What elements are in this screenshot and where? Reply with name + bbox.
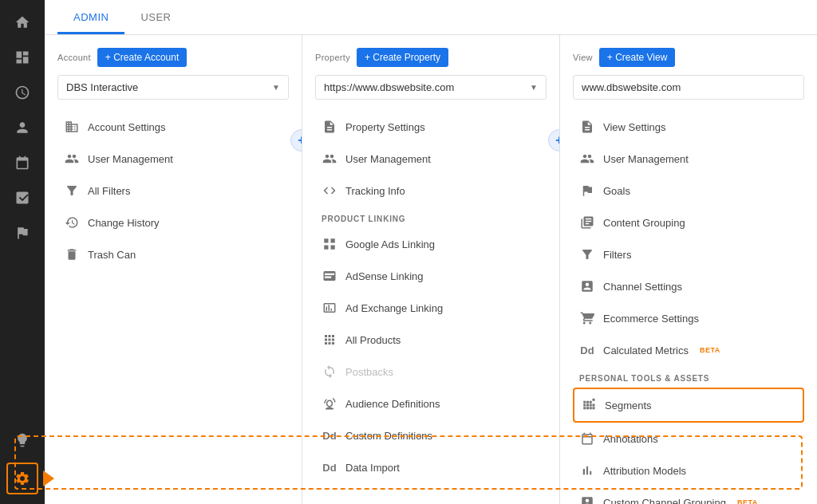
sidebar-icon-users[interactable] bbox=[6, 112, 38, 144]
attribution-label: Attribution Models bbox=[603, 465, 686, 477]
adsense-icon bbox=[322, 268, 337, 284]
view-label: View bbox=[573, 53, 593, 62]
account-dropdown[interactable]: DBS Interactive ▼ bbox=[57, 75, 289, 100]
postbacks-icon bbox=[322, 364, 337, 380]
tracking-info-label: Tracking Info bbox=[345, 185, 405, 197]
admin-panel: Account + Create Account DBS Interactive… bbox=[45, 35, 817, 504]
menu-item-property-user-mgmt[interactable]: User Management bbox=[315, 143, 547, 175]
goals-flag-icon bbox=[579, 183, 595, 199]
adsense-label: AdSense Linking bbox=[345, 270, 424, 282]
sidebar-icon-home[interactable] bbox=[6, 6, 38, 38]
menu-item-all-filters[interactable]: All Filters bbox=[57, 175, 289, 207]
code-icon bbox=[322, 183, 337, 199]
annotations-label: Annotations bbox=[603, 433, 658, 445]
all-products-icon bbox=[322, 332, 337, 348]
property-selected: https://www.dbswebsite.com bbox=[324, 81, 454, 93]
calc-metrics-beta: BETA bbox=[700, 346, 720, 354]
property-header: Property + Create Property bbox=[315, 48, 547, 67]
menu-item-data-import[interactable]: Dd Data Import bbox=[315, 451, 547, 483]
view-filters-label: Filters bbox=[603, 249, 631, 261]
menu-item-property-settings[interactable]: Property Settings bbox=[315, 111, 547, 143]
menu-item-view-user-mgmt[interactable]: User Management bbox=[573, 143, 804, 175]
view-selected: www.dbswebsite.com bbox=[582, 81, 681, 93]
tab-user[interactable]: USER bbox=[124, 0, 187, 34]
sidebar-icon-reports[interactable] bbox=[6, 77, 38, 108]
menu-item-adsense[interactable]: AdSense Linking bbox=[315, 260, 547, 292]
menu-item-tracking-info[interactable]: Tracking Info bbox=[315, 175, 547, 207]
sidebar-icon-admin[interactable] bbox=[6, 463, 38, 494]
sidebar-icon-acquisition[interactable] bbox=[6, 147, 38, 179]
trash-can-label: Trash Can bbox=[88, 249, 136, 261]
users-icon bbox=[64, 151, 80, 167]
personal-tools-section: PERSONAL TOOLS & ASSETS bbox=[573, 366, 804, 388]
menu-item-calc-metrics[interactable]: Dd Calculated Metrics BETA bbox=[573, 334, 804, 366]
view-header: View + Create View bbox=[573, 48, 804, 67]
account-usermgmt-label: User Management bbox=[88, 153, 173, 165]
channel-settings-icon bbox=[579, 278, 595, 294]
menu-item-postbacks[interactable]: Postbacks bbox=[315, 356, 547, 388]
menu-item-google-ads[interactable]: Google Ads Linking bbox=[315, 228, 547, 260]
sidebar-icon-dashboard[interactable] bbox=[6, 41, 38, 73]
view-column: View + Create View www.dbswebsite.com Vi… bbox=[560, 35, 817, 504]
view-dropdown[interactable]: www.dbswebsite.com bbox=[573, 75, 804, 100]
account-column: Account + Create Account DBS Interactive… bbox=[45, 35, 302, 504]
menu-item-annotations[interactable]: Annotations bbox=[573, 423, 804, 455]
segments-label: Segments bbox=[605, 400, 652, 411]
custom-def-label: Custom Definitions bbox=[345, 430, 432, 442]
data-import-icon: Dd bbox=[322, 459, 337, 475]
account-label: Account bbox=[57, 53, 91, 62]
property-usermgmt-label: User Management bbox=[345, 153, 431, 165]
menu-item-all-products[interactable]: All Products bbox=[315, 324, 547, 356]
menu-item-trash-can[interactable]: Trash Can bbox=[57, 238, 289, 270]
doc-icon bbox=[322, 119, 337, 135]
sidebar-icon-lightbulb[interactable] bbox=[6, 424, 38, 456]
account-add-button[interactable]: + bbox=[290, 129, 302, 152]
menu-item-channel-settings[interactable]: Channel Settings bbox=[573, 270, 804, 302]
custom-channel-beta: BETA bbox=[737, 498, 758, 504]
menu-item-view-settings[interactable]: View Settings bbox=[573, 111, 804, 143]
annotations-icon bbox=[579, 431, 595, 447]
postbacks-label: Postbacks bbox=[345, 366, 393, 378]
sidebar-icon-behavior[interactable] bbox=[6, 182, 38, 214]
property-label: Property bbox=[315, 53, 350, 62]
menu-item-change-history[interactable]: Change History bbox=[57, 207, 289, 238]
building-icon bbox=[64, 119, 80, 135]
menu-item-ad-exchange[interactable]: Ad Exchange Linking bbox=[315, 292, 547, 324]
create-account-button[interactable]: + Create Account bbox=[97, 48, 187, 67]
menu-item-segments[interactable]: Segments bbox=[573, 388, 804, 423]
menu-item-audience[interactable]: Audience Definitions bbox=[315, 388, 547, 419]
menu-item-account-user-mgmt[interactable]: User Management bbox=[57, 143, 289, 175]
view-usermgmt-label: User Management bbox=[603, 153, 689, 165]
menu-item-attribution[interactable]: Attribution Models bbox=[573, 455, 804, 486]
property-dropdown[interactable]: https://www.dbswebsite.com ▼ bbox=[315, 75, 547, 100]
create-view-button[interactable]: + Create View bbox=[599, 48, 676, 67]
change-history-label: Change History bbox=[88, 217, 160, 229]
all-products-label: All Products bbox=[345, 334, 401, 346]
calc-metrics-label: Calculated Metrics bbox=[603, 345, 689, 356]
tab-bar: ADMIN USER bbox=[45, 0, 817, 35]
property-add-button[interactable]: + bbox=[548, 129, 560, 152]
main-content: ADMIN USER Account + Create Account DBS … bbox=[45, 0, 817, 504]
menu-item-account-settings[interactable]: Account Settings bbox=[57, 111, 289, 143]
sidebar bbox=[0, 0, 45, 504]
audience-icon bbox=[322, 396, 337, 411]
menu-item-view-filters[interactable]: Filters bbox=[573, 238, 804, 270]
account-selected: DBS Interactive bbox=[66, 81, 138, 93]
menu-item-custom-channel[interactable]: Custom Channel Grouping BETA bbox=[573, 486, 804, 504]
trash-icon bbox=[64, 246, 80, 262]
sidebar-icon-conversions[interactable] bbox=[6, 217, 38, 249]
segments-icon bbox=[581, 397, 597, 413]
menu-item-goals[interactable]: Goals bbox=[573, 175, 804, 207]
menu-item-custom-def[interactable]: Dd Custom Definitions bbox=[315, 419, 547, 451]
menu-item-ecommerce[interactable]: Ecommerce Settings bbox=[573, 302, 804, 334]
channel-settings-label: Channel Settings bbox=[603, 281, 682, 293]
tab-admin[interactable]: ADMIN bbox=[57, 0, 124, 34]
menu-item-content-grouping[interactable]: Content Grouping bbox=[573, 207, 804, 238]
ecommerce-label: Ecommerce Settings bbox=[603, 313, 699, 325]
attribution-icon bbox=[579, 463, 595, 478]
all-filters-label: All Filters bbox=[88, 185, 130, 197]
google-ads-icon bbox=[322, 236, 337, 252]
data-import-label: Data Import bbox=[345, 462, 400, 474]
create-property-button[interactable]: + Create Property bbox=[357, 48, 448, 67]
ad-exchange-label: Ad Exchange Linking bbox=[345, 302, 443, 314]
